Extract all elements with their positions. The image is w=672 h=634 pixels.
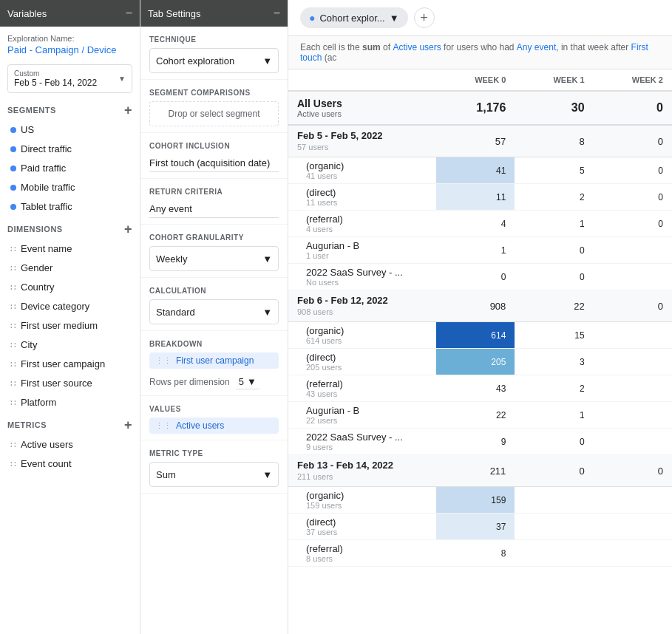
drag-handle-icon: ∷ (10, 263, 16, 273)
metric-type-select[interactable]: Sum ▼ (149, 462, 279, 487)
data-cell (594, 375, 672, 402)
segment-item[interactable]: Direct traffic (3, 140, 137, 158)
variables-panel: Variables − Exploration Name: Paid - Cam… (0, 0, 140, 634)
table-row: (organic) 614 users 61415 (288, 322, 672, 349)
col-header-week0: WEEK 0 (436, 69, 515, 91)
tab-name: Cohort explor... (319, 13, 384, 24)
row-label-cell: (referral) 43 users (288, 375, 436, 402)
metric-item-label: Event count (21, 458, 72, 469)
segment-item[interactable]: Mobile traffic (3, 178, 137, 197)
dimension-item-label: City (21, 339, 37, 350)
calculation-select[interactable]: Standard ▼ (149, 299, 279, 324)
add-metric-btn[interactable]: + (124, 418, 132, 432)
group-label: Feb 5 - Feb 5, 2022 57 users (288, 125, 436, 157)
add-dimension-btn[interactable]: + (124, 222, 132, 236)
row-label-cell: (organic) 41 users (288, 157, 436, 184)
values-chip[interactable]: ⋮⋮ Active users (149, 417, 279, 434)
segment-item-label: Direct traffic (21, 143, 72, 154)
metric-type-value: Sum (156, 469, 176, 480)
drag-handle-icon: ∷ (10, 398, 16, 408)
drag-handle-icon: ∷ (10, 440, 16, 450)
dimension-item[interactable]: ∷Gender (3, 259, 137, 277)
data-cell: 614 (436, 322, 515, 349)
segment-drop-area[interactable]: Drop or select segment (149, 101, 279, 126)
drag-handle-icon: ∷ (10, 340, 16, 350)
data-cell: 2 (515, 184, 593, 211)
exploration-name-value[interactable]: Paid - Campaign / Device (7, 44, 132, 55)
segments-list: USDirect trafficPaid trafficMobile traff… (0, 120, 140, 217)
table-row: 2022 SaaS Survey - ... No users 00 (288, 264, 672, 290)
cohort-granularity-select[interactable]: Weekly ▼ (149, 246, 279, 271)
dimension-item[interactable]: ∷Platform (3, 393, 137, 412)
data-panel: ● Cohort explor... ▼ + Each cell is the … (288, 0, 672, 634)
rows-per-dimension-select[interactable]: 5 ▼ (236, 375, 259, 389)
values-value: Active users (176, 420, 224, 431)
data-cell: 0 (594, 157, 672, 184)
breakdown-section: BREAKDOWN ⋮⋮ First user campaign Rows pe… (140, 331, 288, 396)
technique-value: Cohort exploration (156, 55, 234, 67)
dimension-item[interactable]: ∷Event name (3, 239, 137, 258)
segment-dot-icon (10, 127, 16, 133)
dimension-item[interactable]: ∷Device category (3, 297, 137, 316)
metrics-label: METRICS (7, 420, 47, 429)
cohort-granularity-section: COHORT GRANULARITY Weekly ▼ (140, 225, 288, 278)
dimension-item[interactable]: ∷First user medium (3, 316, 137, 335)
segment-comparisons-label: SEGMENT COMPARISONS (149, 89, 279, 97)
dimension-item-label: Event name (21, 243, 72, 254)
return-criteria-value: Any event (149, 203, 192, 214)
data-cell: 3 (515, 349, 593, 375)
segment-item[interactable]: US (3, 120, 137, 139)
row-label-cell: Augurian - B 22 users (288, 402, 436, 429)
all-users-label: All Users Active users (288, 91, 436, 125)
dimension-item[interactable]: ∷City (3, 335, 137, 354)
metric-item[interactable]: ∷Event count (3, 454, 137, 473)
data-cell (594, 264, 672, 290)
cohort-inclusion-label: COHORT INCLUSION (149, 142, 279, 150)
metrics-section-header: METRICS + (0, 412, 140, 434)
segment-item[interactable]: Tablet traffic (3, 197, 137, 216)
data-cell: 4 (436, 211, 515, 237)
data-cell: 2 (515, 375, 593, 402)
segment-dot-icon (10, 185, 16, 191)
table-row: (referral) 4 users 410 (288, 211, 672, 237)
dimension-item[interactable]: ∷First user source (3, 374, 137, 392)
table-row: (direct) 205 users 2053 (288, 349, 672, 375)
minimize-settings-btn[interactable]: − (274, 7, 280, 19)
group-header-row: Feb 13 - Feb 14, 2022 211 users 211 0 0 (288, 455, 672, 487)
data-cell (594, 487, 672, 514)
active-tab[interactable]: ● Cohort explor... ▼ (300, 7, 408, 28)
table-row: (direct) 11 users 1120 (288, 184, 672, 211)
drag-handle-icon: ∷ (10, 459, 16, 469)
group-week1: 22 (515, 290, 593, 322)
group-week0: 57 (436, 125, 515, 157)
dimension-item-label: Device category (21, 301, 89, 312)
data-cell: 5 (515, 157, 593, 184)
technique-select[interactable]: Cohort exploration ▼ (149, 48, 279, 73)
minimize-variables-btn[interactable]: − (126, 7, 132, 19)
group-week2: 0 (594, 455, 672, 487)
data-cell: 37 (436, 514, 515, 540)
data-cell (594, 514, 672, 540)
segment-drop-placeholder: Drop or select segment (168, 109, 259, 119)
add-segment-btn[interactable]: + (124, 103, 132, 117)
return-criteria-section: RETURN CRITERIA Any event (140, 179, 288, 225)
segment-item[interactable]: Paid traffic (3, 159, 137, 177)
dimension-item[interactable]: ∷First user campaign (3, 355, 137, 373)
dimension-item-label: Platform (21, 397, 56, 408)
data-cell: 0 (515, 429, 593, 455)
group-week2: 0 (594, 290, 672, 322)
rows-per-dimension-row: Rows per dimension 5 ▼ (149, 375, 279, 389)
return-criteria-select[interactable]: Any event (149, 200, 279, 218)
exploration-name-label: Exploration Name: (7, 34, 132, 43)
cohort-inclusion-select[interactable]: First touch (acquisition date) (149, 154, 279, 172)
date-range-selector[interactable]: Custom Feb 5 - Feb 14, 2022 ▼ (7, 64, 132, 93)
breakdown-chip[interactable]: ⋮⋮ First user campaign (149, 352, 279, 369)
add-tab-btn[interactable]: + (414, 7, 435, 28)
metric-item[interactable]: ∷Active users (3, 435, 137, 454)
dimension-item[interactable]: ∷Country (3, 278, 137, 296)
data-cell: 22 (436, 402, 515, 429)
segment-dot-icon (10, 146, 16, 152)
all-users-row: All Users Active users 1,176 30 0 (288, 91, 672, 125)
segment-item-label: Tablet traffic (21, 201, 72, 212)
data-cell: 41 (436, 157, 515, 184)
